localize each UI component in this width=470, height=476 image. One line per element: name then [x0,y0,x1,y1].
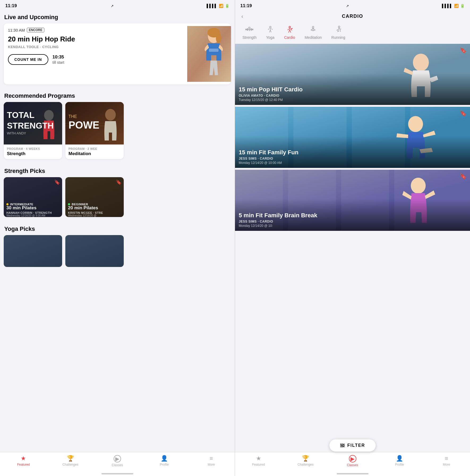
classes-label-left: Classes [112,463,123,467]
class-date-pop-hiit: Tuesday 12/15/20 @ 12:40 PM [239,98,466,102]
svg-rect-20 [251,28,252,31]
svg-rect-19 [247,28,248,31]
encore-badge: ENCORE [27,28,44,32]
status-time-right: 11:19 [240,3,252,8]
tab-more-left[interactable]: ≡ More [188,455,235,466]
tab-challenges-right[interactable]: 🏆 Challenges [282,455,329,466]
programs-section-title: Recommended Programs [0,88,235,102]
program-meditation-footer: PROGRAM · 2 WEE Meditation [65,144,124,159]
bookmark-icon-1[interactable]: 🔖 [54,179,60,185]
challenges-label-right: Challenges [297,463,313,466]
challenges-icon-left: 🏆 [67,455,74,462]
tab-bar-left: ★ Featured 🏆 Challenges ▶ Classes 👤 Prof… [0,452,235,476]
bookmark-card-2[interactable]: 🔖 [460,110,467,117]
class-card-2-info: 15 min Fit Family Fun JESS SIMS · CARDIO… [239,149,466,165]
class-title-brain-break: 5 min Fit Family Brain Break [239,212,466,219]
bookmark-card-1[interactable]: 🔖 [460,47,467,54]
svg-point-46 [341,446,343,448]
svg-text:POWE: POWE [69,120,99,131]
till-start: 10:35 till start [53,54,64,65]
tab-classes-right[interactable]: ▶ Classes [329,455,376,467]
back-button[interactable]: ‹ [239,12,245,20]
program-card-meditation[interactable]: THE POWE PROGRAM · 2 WEE Meditation [65,102,124,159]
class-card-brain-break[interactable]: 🔖 5 min Fit Family Brain Break JESS SIMS… [235,170,470,231]
tab-profile-left[interactable]: 👤 Profile [141,455,188,466]
featured-label-right: Featured [252,463,265,466]
tab-featured-left[interactable]: ★ Featured [0,455,47,466]
page-title-cardio: CARDIO [342,14,363,19]
home-indicator-right [337,473,369,474]
yoga-picks-row[interactable] [0,235,235,299]
svg-point-40 [411,178,426,194]
class-list-scroll[interactable]: 🔖 15 min Pop HIIT Cardio OLIVIA AMATO · … [235,44,470,476]
svg-rect-4 [209,49,219,52]
wifi-icon: 📶 [219,4,223,8]
svg-point-6 [44,110,54,121]
svg-text:TOTAL: TOTAL [7,110,35,120]
profile-icon-right: 👤 [396,455,403,462]
status-icons-left: ▌▌▌▌ 📶 🔋 [207,4,229,8]
left-scroll-content[interactable]: Live and Upcoming 11:30 AM ENCORE 20 min… [0,10,235,476]
svg-point-28 [413,54,429,71]
programs-scroll[interactable]: TOTAL STRENGTH WITH ANDY PROGRAM · 4 WEE… [0,102,235,163]
location-icon: ↗ [111,4,114,8]
cat-tab-strength[interactable]: Strength [238,24,261,41]
class-card-3-info: 5 min Fit Family Brain Break JESS SIMS ·… [239,212,466,228]
class-instructor-brain-break: JESS SIMS · CARDIO [239,220,466,223]
tab-challenges-left[interactable]: 🏆 Challenges [47,455,94,466]
cat-tab-meditation[interactable]: Meditation [300,24,327,41]
more-label-right: More [443,463,450,466]
running-icon [334,25,343,34]
svg-text:THE: THE [69,114,77,119]
strength-classes-scroll[interactable]: 🔖 INTERMEDIATE 30 min Pilates HANNAH COR… [0,177,235,221]
class-title-2: 20 min Pilates [68,205,121,211]
featured-icon-left: ★ [21,455,26,462]
class-card-pilates-2[interactable]: 🔖 BEGINNER 20 min Pilates KRISTIN MCGEE … [65,177,124,217]
class-card-pilates-1[interactable]: 🔖 INTERMEDIATE 30 min Pilates HANNAH COR… [4,177,62,217]
class-list: 🔖 15 min Pop HIIT Cardio OLIVIA AMATO · … [235,44,470,264]
class-date-brain-break: Monday 12/14/20 @ 10: [239,224,466,228]
wifi-icon-right: 📶 [454,4,459,8]
yoga-card-placeholder-2[interactable] [65,235,124,267]
cat-tab-running[interactable]: Running [327,24,350,41]
tab-featured-right[interactable]: ★ Featured [235,455,282,466]
live-card: 11:30 AM ENCORE 20 min Hip Hop Ride KEND… [4,23,231,84]
program-card-strength[interactable]: TOTAL STRENGTH WITH ANDY PROGRAM · 4 WEE… [4,102,62,159]
yoga-card-placeholder-1[interactable] [4,235,62,267]
location-icon-right: ↗ [346,4,349,8]
class-card-pop-hiit[interactable]: 🔖 15 min Pop HIIT Cardio OLIVIA AMATO · … [235,44,470,105]
yoga-section-title: Yoga Picks [0,221,235,235]
svg-point-44 [341,444,342,445]
svg-point-21 [249,27,250,29]
cat-tab-cardio[interactable]: Cardio [279,24,300,41]
cat-tab-yoga[interactable]: Yoga [261,24,279,41]
cardio-icon [285,25,294,34]
filter-button[interactable]: FILTER [329,439,376,452]
tab-bar-right: ★ Featured 🏆 Challenges ▶ Classes 👤 Prof… [235,452,470,476]
bookmark-card-3[interactable]: 🔖 [460,173,467,180]
svg-point-34 [408,116,423,132]
svg-rect-18 [252,29,253,30]
bookmark-icon-2[interactable]: 🔖 [116,179,122,185]
right-screen: 11:19 ↗ ▌▌▌▌ 📶 🔋 ‹ CARDIO Strength [235,0,470,476]
trainer-image [187,26,231,82]
tab-profile-right[interactable]: 👤 Profile [376,455,423,466]
class-date-1: Wednesday 12/16/20 @ 9:00 AM [6,214,45,217]
classes-icon-right: ▶ [349,455,356,462]
battery-icon: 🔋 [225,4,229,8]
class-card-fit-family[interactable]: 🔖 15 min Fit Family Fun JESS SIMS · CARD… [235,107,470,168]
challenges-icon-right: 🏆 [302,455,309,462]
svg-text:STRENGTH: STRENGTH [7,121,54,130]
svg-point-11 [105,109,116,121]
profile-label-left: Profile [160,463,169,466]
tab-more-right[interactable]: ≡ More [423,455,470,466]
strength-icon [245,25,254,34]
battery-icon-right: 🔋 [460,4,465,8]
count-me-in-button[interactable]: COUNT ME IN [8,54,48,65]
tab-classes-left[interactable]: ▶ Classes [94,455,141,467]
cat-label-yoga: Yoga [266,35,274,40]
class-instructor-fit-family: JESS SIMS · CARDIO [239,157,466,160]
status-bar-left: 11:19 ↗ ▌▌▌▌ 📶 🔋 [0,0,235,10]
classes-icon-left: ▶ [114,455,121,462]
class-title-1: 30 min Pilates [6,205,59,211]
